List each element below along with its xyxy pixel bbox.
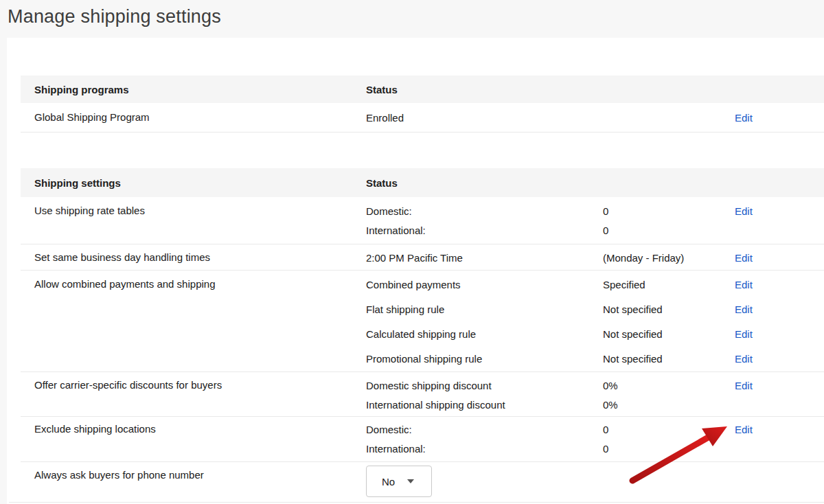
status-entry: Domestic: 0 Edit: [366, 420, 824, 439]
table-row-carrier-discounts: Offer carrier-specific discounts for buy…: [21, 372, 824, 417]
status-entry: Promotional shipping rule Not specified …: [366, 346, 824, 371]
status-entries: Enrolled Edit: [366, 103, 824, 132]
table-row-global-shipping-program: Global Shipping Program Enrolled Edit: [21, 103, 824, 133]
edit-link[interactable]: Edit: [735, 112, 753, 124]
status-entries: Domestic: 0 Edit International: 0: [366, 420, 824, 458]
table-row-phone-number: Always ask buyers for phone number No: [21, 462, 824, 497]
table-row-combined-payments: Allow combined payments and shipping Com…: [21, 271, 824, 372]
status-entries: No: [366, 466, 824, 497]
edit-link-exclude-locations[interactable]: Edit: [735, 424, 753, 435]
phone-number-dropdown[interactable]: No: [366, 466, 432, 497]
shipping-settings-table: Shipping settings Status Use shipping ra…: [21, 168, 824, 497]
status-value: 0: [603, 225, 735, 236]
setting-name: Global Shipping Program: [21, 103, 366, 132]
status-label: Promotional shipping rule: [366, 353, 603, 365]
setting-name: Use shipping rate tables: [21, 201, 366, 240]
status-value: Specified: [603, 279, 735, 290]
table-row-exclude-locations: Exclude shipping locations Domestic: 0 E…: [21, 417, 824, 462]
manage-shipping-settings-page: { "title": "Manage shipping settings", "…: [0, 0, 824, 504]
settings-table-header: Shipping settings Status: [21, 168, 824, 197]
page-title: Manage shipping settings: [8, 4, 221, 29]
edit-link[interactable]: Edit: [735, 303, 753, 315]
table-row-rate-tables: Use shipping rate tables Domestic: 0 Edi…: [21, 197, 824, 244]
status-value: Not specified: [603, 303, 735, 315]
status-label: Calculated shipping rule: [366, 328, 603, 340]
setting-name: Exclude shipping locations: [21, 420, 366, 458]
status-entry: Domestic shipping discount 0% Edit: [366, 376, 824, 395]
bottom-divider: [9, 502, 824, 503]
status-value: 0: [603, 443, 735, 455]
status-entries: Domestic: 0 Edit International: 0: [366, 201, 824, 240]
status-entry: Combined payments Specified Edit: [366, 272, 824, 297]
status-entry: International: 0: [366, 439, 824, 458]
status-value: 0%: [603, 380, 735, 391]
status-label: 2:00 PM Pacific Time: [366, 252, 603, 264]
status-entries: Domestic shipping discount 0% Edit Inter…: [366, 376, 824, 414]
column-header-status: Status: [366, 84, 824, 95]
edit-link[interactable]: Edit: [735, 279, 753, 290]
column-header-shipping-programs: Shipping programs: [21, 84, 366, 95]
edit-link[interactable]: Edit: [735, 252, 753, 264]
programs-table-header: Shipping programs Status: [21, 76, 824, 103]
status-label: Domestic shipping discount: [366, 380, 603, 391]
status-entries: 2:00 PM Pacific Time (Monday - Friday) E…: [366, 248, 824, 267]
edit-link[interactable]: Edit: [735, 205, 753, 217]
status-value: 0%: [603, 399, 735, 411]
status-entry: 2:00 PM Pacific Time (Monday - Friday) E…: [366, 248, 824, 267]
edit-link[interactable]: Edit: [735, 328, 753, 340]
status-value: Not specified: [603, 353, 735, 365]
status-label: International:: [366, 225, 603, 236]
status-label: Domestic:: [366, 424, 603, 435]
shipping-programs-table: Shipping programs Status Global Shipping…: [21, 76, 824, 133]
table-row-handling-times: Set same business day handling times 2:0…: [21, 244, 824, 271]
status-value: (Monday - Friday): [603, 252, 735, 264]
status-label: Flat shipping rule: [366, 303, 603, 315]
status-entry: International: 0: [366, 220, 824, 240]
status-entry: Domestic: 0 Edit: [366, 201, 824, 220]
status-entries: Combined payments Specified Edit Flat sh…: [366, 272, 824, 371]
setting-name: Always ask buyers for phone number: [21, 466, 366, 497]
setting-name: Allow combined payments and shipping: [21, 272, 366, 371]
edit-link[interactable]: Edit: [735, 353, 753, 365]
caret-down-icon: [407, 479, 414, 483]
status-value: Not specified: [603, 328, 735, 340]
status-label: International shipping discount: [366, 399, 603, 411]
status-label: Enrolled: [366, 112, 603, 124]
status-value: 0: [603, 424, 735, 435]
status-value: 0: [603, 205, 735, 217]
status-label: Domestic:: [366, 205, 603, 217]
column-header-status: Status: [366, 177, 824, 189]
status-label: International:: [366, 443, 603, 455]
dropdown-value: No: [382, 476, 395, 488]
setting-name: Set same business day handling times: [21, 248, 366, 267]
column-header-shipping-settings: Shipping settings: [21, 177, 366, 189]
status-entry: Enrolled Edit: [366, 103, 824, 132]
content-panel: Shipping programs Status Global Shipping…: [7, 38, 824, 504]
status-entry: Calculated shipping rule Not specified E…: [366, 321, 824, 346]
edit-link[interactable]: Edit: [735, 380, 753, 391]
status-entry: International shipping discount 0%: [366, 395, 824, 414]
setting-name: Offer carrier-specific discounts for buy…: [21, 376, 366, 414]
status-label: Combined payments: [366, 279, 603, 290]
status-entry: Flat shipping rule Not specified Edit: [366, 297, 824, 321]
